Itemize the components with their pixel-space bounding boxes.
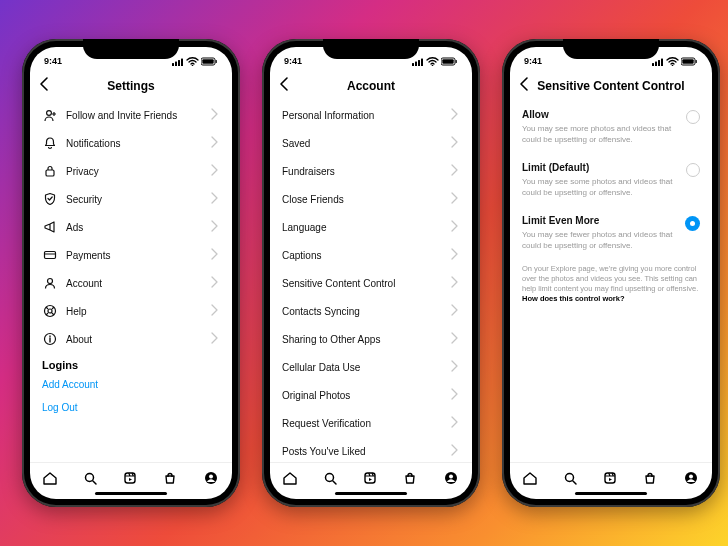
account-row[interactable]: Fundraisers — [270, 157, 472, 185]
back-button[interactable] — [278, 76, 292, 96]
option-title: Limit Even More — [522, 214, 677, 228]
home-indicator — [95, 492, 167, 495]
tab-reels[interactable] — [363, 471, 379, 491]
account-row-label: Sensitive Content Control — [282, 278, 448, 289]
back-button[interactable] — [518, 76, 532, 96]
option-desc: You may see some photos and videos that … — [522, 176, 678, 198]
settings-row-card[interactable]: Payments — [30, 241, 232, 269]
chevron-right-icon — [448, 415, 460, 431]
reels-icon — [363, 471, 379, 487]
log-out-link[interactable]: Log Out — [30, 396, 232, 419]
tab-search[interactable] — [563, 471, 579, 491]
sensitive-options: AllowYou may see more photos and videos … — [510, 101, 712, 462]
tab-reels[interactable] — [603, 471, 619, 491]
account-row-label: Fundraisers — [282, 166, 448, 177]
option-title: Limit (Default) — [522, 161, 678, 175]
account-row[interactable]: Sensitive Content Control — [270, 269, 472, 297]
back-button[interactable] — [38, 76, 52, 96]
tab-profile[interactable] — [684, 471, 700, 491]
tab-shop[interactable] — [163, 471, 179, 491]
battery-icon — [681, 57, 698, 66]
account-row[interactable]: Personal Information — [270, 101, 472, 129]
account-row[interactable]: Cellular Data Use — [270, 353, 472, 381]
tab-shop[interactable] — [403, 471, 419, 491]
account-row-label: Original Photos — [282, 390, 448, 401]
tab-home[interactable] — [282, 471, 298, 491]
settings-row-shield[interactable]: Security — [30, 185, 232, 213]
tab-search[interactable] — [323, 471, 339, 491]
card-icon — [42, 248, 58, 262]
megaphone-icon — [42, 220, 58, 234]
notch — [563, 39, 659, 59]
chevron-right-icon — [208, 331, 220, 347]
settings-row-label: Ads — [66, 222, 208, 233]
reels-icon — [123, 471, 139, 487]
page-title: Sensitive Content Control — [510, 79, 712, 93]
wifi-icon — [666, 56, 679, 66]
chevron-right-icon — [208, 191, 220, 207]
reels-icon — [603, 471, 619, 487]
tab-home[interactable] — [42, 471, 58, 491]
phone-account: 9:41 Account Personal InformationSavedFu… — [262, 39, 480, 507]
account-row[interactable]: Close Friends — [270, 185, 472, 213]
signal-icon — [412, 57, 424, 66]
option-desc: You may see more photos and videos that … — [522, 123, 678, 145]
chevron-right-icon — [208, 247, 220, 263]
account-row-label: Cellular Data Use — [282, 362, 448, 373]
sensitive-option[interactable]: Limit (Default)You may see some photos a… — [510, 154, 712, 207]
settings-row-person-plus[interactable]: Follow and Invite Friends — [30, 101, 232, 129]
settings-row-label: About — [66, 334, 208, 345]
home-icon — [522, 471, 538, 487]
how-does-this-work-link[interactable]: How does this control work? — [522, 294, 625, 303]
radio-unselected-icon — [686, 110, 700, 124]
tab-home[interactable] — [522, 471, 538, 491]
account-row[interactable]: Captions — [270, 241, 472, 269]
settings-row-user[interactable]: Account — [30, 269, 232, 297]
account-row[interactable]: Posts You've Liked — [270, 437, 472, 462]
settings-row-bell[interactable]: Notifications — [30, 129, 232, 157]
sensitive-option[interactable]: AllowYou may see more photos and videos … — [510, 101, 712, 154]
account-row[interactable]: Original Photos — [270, 381, 472, 409]
account-row[interactable]: Request Verification — [270, 409, 472, 437]
option-desc: You may see fewer photos and videos that… — [522, 229, 677, 251]
status-indicators — [412, 56, 458, 66]
account-row[interactable]: Sharing to Other Apps — [270, 325, 472, 353]
tab-search[interactable] — [83, 471, 99, 491]
user-icon — [42, 276, 58, 290]
profile-icon — [444, 471, 460, 487]
info-icon — [42, 332, 58, 346]
lock-icon — [42, 164, 58, 178]
chevron-right-icon — [448, 443, 460, 459]
profile-icon — [684, 471, 700, 487]
radio-selected-icon — [685, 216, 700, 231]
back-icon — [278, 76, 292, 92]
chevron-right-icon — [208, 303, 220, 319]
sensitive-option[interactable]: Limit Even MoreYou may see fewer photos … — [510, 207, 712, 260]
tab-profile[interactable] — [444, 471, 460, 491]
tab-shop[interactable] — [643, 471, 659, 491]
status-time: 9:41 — [524, 56, 542, 66]
home-icon — [42, 471, 58, 487]
tab-reels[interactable] — [123, 471, 139, 491]
account-row[interactable]: Language — [270, 213, 472, 241]
account-row-label: Posts You've Liked — [282, 446, 448, 457]
header: Sensitive Content Control — [510, 71, 712, 101]
status-time: 9:41 — [284, 56, 302, 66]
settings-row-life[interactable]: Help — [30, 297, 232, 325]
settings-row-lock[interactable]: Privacy — [30, 157, 232, 185]
settings-row-megaphone[interactable]: Ads — [30, 213, 232, 241]
back-icon — [518, 76, 532, 92]
chevron-right-icon — [448, 387, 460, 403]
add-account-link[interactable]: Add Account — [30, 373, 232, 396]
gradient-background: 9:41 Settings Follow and Invite FriendsN… — [0, 0, 728, 546]
settings-row-info[interactable]: About — [30, 325, 232, 353]
chevron-right-icon — [208, 107, 220, 123]
account-row-label: Captions — [282, 250, 448, 261]
account-row-label: Contacts Syncing — [282, 306, 448, 317]
account-row[interactable]: Saved — [270, 129, 472, 157]
tab-profile[interactable] — [204, 471, 220, 491]
account-row[interactable]: Contacts Syncing — [270, 297, 472, 325]
shop-icon — [643, 471, 659, 487]
settings-row-label: Account — [66, 278, 208, 289]
account-row-label: Personal Information — [282, 110, 448, 121]
